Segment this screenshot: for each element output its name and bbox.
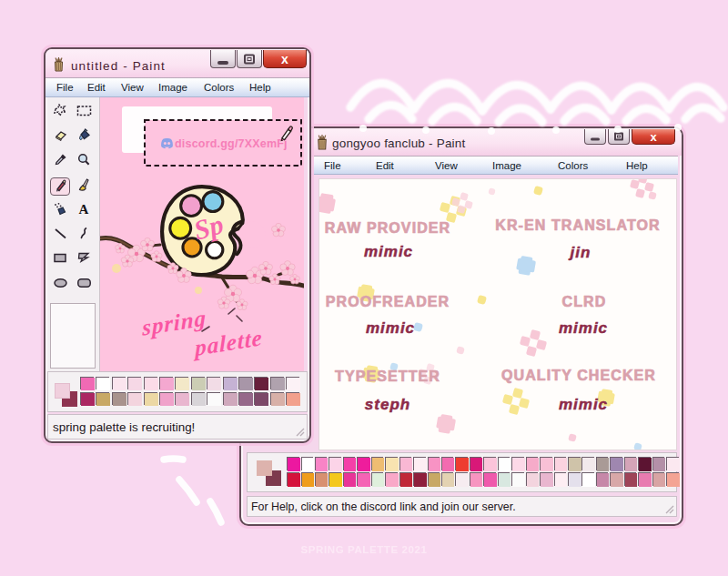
svg-text:A: A [79,202,89,216]
